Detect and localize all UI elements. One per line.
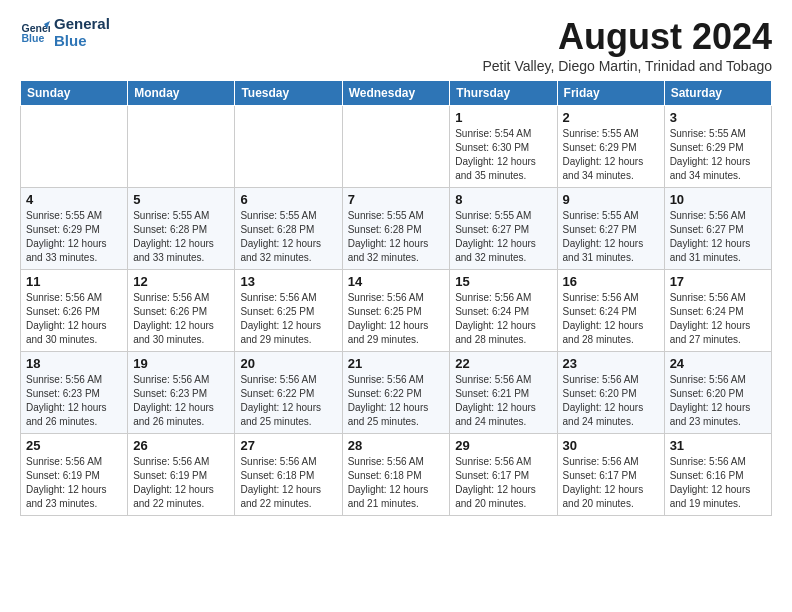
day-number: 4: [26, 192, 122, 207]
day-number: 29: [455, 438, 551, 453]
weekday-header-friday: Friday: [557, 81, 664, 106]
subtitle: Petit Valley, Diego Martin, Trinidad and…: [482, 58, 772, 74]
day-info: Sunrise: 5:56 AM Sunset: 6:25 PM Dayligh…: [240, 291, 336, 347]
day-number: 16: [563, 274, 659, 289]
day-number: 31: [670, 438, 766, 453]
calendar-week-4: 18Sunrise: 5:56 AM Sunset: 6:23 PM Dayli…: [21, 352, 772, 434]
day-info: Sunrise: 5:55 AM Sunset: 6:27 PM Dayligh…: [455, 209, 551, 265]
day-info: Sunrise: 5:56 AM Sunset: 6:25 PM Dayligh…: [348, 291, 445, 347]
day-info: Sunrise: 5:54 AM Sunset: 6:30 PM Dayligh…: [455, 127, 551, 183]
day-info: Sunrise: 5:55 AM Sunset: 6:28 PM Dayligh…: [133, 209, 229, 265]
calendar-cell: 15Sunrise: 5:56 AM Sunset: 6:24 PM Dayli…: [450, 270, 557, 352]
calendar-cell: 29Sunrise: 5:56 AM Sunset: 6:17 PM Dayli…: [450, 434, 557, 516]
day-info: Sunrise: 5:56 AM Sunset: 6:26 PM Dayligh…: [133, 291, 229, 347]
day-info: Sunrise: 5:56 AM Sunset: 6:18 PM Dayligh…: [240, 455, 336, 511]
calendar-cell: 19Sunrise: 5:56 AM Sunset: 6:23 PM Dayli…: [128, 352, 235, 434]
calendar-cell: 13Sunrise: 5:56 AM Sunset: 6:25 PM Dayli…: [235, 270, 342, 352]
calendar-cell: [21, 106, 128, 188]
day-number: 8: [455, 192, 551, 207]
calendar-cell: 4Sunrise: 5:55 AM Sunset: 6:29 PM Daylig…: [21, 188, 128, 270]
day-number: 24: [670, 356, 766, 371]
day-number: 23: [563, 356, 659, 371]
calendar-cell: 11Sunrise: 5:56 AM Sunset: 6:26 PM Dayli…: [21, 270, 128, 352]
day-info: Sunrise: 5:55 AM Sunset: 6:28 PM Dayligh…: [348, 209, 445, 265]
calendar-cell: 5Sunrise: 5:55 AM Sunset: 6:28 PM Daylig…: [128, 188, 235, 270]
calendar-cell: 10Sunrise: 5:56 AM Sunset: 6:27 PM Dayli…: [664, 188, 771, 270]
calendar-cell: 30Sunrise: 5:56 AM Sunset: 6:17 PM Dayli…: [557, 434, 664, 516]
day-info: Sunrise: 5:56 AM Sunset: 6:24 PM Dayligh…: [670, 291, 766, 347]
weekday-header-saturday: Saturday: [664, 81, 771, 106]
calendar-week-3: 11Sunrise: 5:56 AM Sunset: 6:26 PM Dayli…: [21, 270, 772, 352]
day-number: 21: [348, 356, 445, 371]
day-number: 25: [26, 438, 122, 453]
calendar-cell: 6Sunrise: 5:55 AM Sunset: 6:28 PM Daylig…: [235, 188, 342, 270]
day-info: Sunrise: 5:56 AM Sunset: 6:19 PM Dayligh…: [133, 455, 229, 511]
day-info: Sunrise: 5:56 AM Sunset: 6:17 PM Dayligh…: [563, 455, 659, 511]
day-info: Sunrise: 5:56 AM Sunset: 6:22 PM Dayligh…: [240, 373, 336, 429]
day-info: Sunrise: 5:56 AM Sunset: 6:19 PM Dayligh…: [26, 455, 122, 511]
calendar-week-5: 25Sunrise: 5:56 AM Sunset: 6:19 PM Dayli…: [21, 434, 772, 516]
calendar-week-2: 4Sunrise: 5:55 AM Sunset: 6:29 PM Daylig…: [21, 188, 772, 270]
calendar-cell: [342, 106, 450, 188]
day-number: 20: [240, 356, 336, 371]
calendar-body: 1Sunrise: 5:54 AM Sunset: 6:30 PM Daylig…: [21, 106, 772, 516]
day-info: Sunrise: 5:55 AM Sunset: 6:27 PM Dayligh…: [563, 209, 659, 265]
day-number: 5: [133, 192, 229, 207]
weekday-header-thursday: Thursday: [450, 81, 557, 106]
calendar-cell: 18Sunrise: 5:56 AM Sunset: 6:23 PM Dayli…: [21, 352, 128, 434]
calendar-cell: 26Sunrise: 5:56 AM Sunset: 6:19 PM Dayli…: [128, 434, 235, 516]
day-info: Sunrise: 5:55 AM Sunset: 6:28 PM Dayligh…: [240, 209, 336, 265]
calendar-cell: 17Sunrise: 5:56 AM Sunset: 6:24 PM Dayli…: [664, 270, 771, 352]
calendar-table: SundayMondayTuesdayWednesdayThursdayFrid…: [20, 80, 772, 516]
calendar-cell: 3Sunrise: 5:55 AM Sunset: 6:29 PM Daylig…: [664, 106, 771, 188]
day-info: Sunrise: 5:56 AM Sunset: 6:22 PM Dayligh…: [348, 373, 445, 429]
calendar-cell: 22Sunrise: 5:56 AM Sunset: 6:21 PM Dayli…: [450, 352, 557, 434]
calendar-week-1: 1Sunrise: 5:54 AM Sunset: 6:30 PM Daylig…: [21, 106, 772, 188]
calendar-cell: 23Sunrise: 5:56 AM Sunset: 6:20 PM Dayli…: [557, 352, 664, 434]
day-number: 26: [133, 438, 229, 453]
day-number: 12: [133, 274, 229, 289]
svg-text:Blue: Blue: [22, 32, 45, 44]
day-number: 18: [26, 356, 122, 371]
day-number: 30: [563, 438, 659, 453]
calendar-cell: 8Sunrise: 5:55 AM Sunset: 6:27 PM Daylig…: [450, 188, 557, 270]
day-number: 6: [240, 192, 336, 207]
weekday-header-monday: Monday: [128, 81, 235, 106]
weekday-header-wednesday: Wednesday: [342, 81, 450, 106]
day-number: 27: [240, 438, 336, 453]
calendar-cell: 9Sunrise: 5:55 AM Sunset: 6:27 PM Daylig…: [557, 188, 664, 270]
day-info: Sunrise: 5:56 AM Sunset: 6:16 PM Dayligh…: [670, 455, 766, 511]
day-info: Sunrise: 5:56 AM Sunset: 6:23 PM Dayligh…: [26, 373, 122, 429]
day-number: 15: [455, 274, 551, 289]
calendar-cell: 20Sunrise: 5:56 AM Sunset: 6:22 PM Dayli…: [235, 352, 342, 434]
day-number: 13: [240, 274, 336, 289]
logo-general: General: [54, 16, 110, 33]
day-number: 3: [670, 110, 766, 125]
day-number: 11: [26, 274, 122, 289]
day-info: Sunrise: 5:56 AM Sunset: 6:20 PM Dayligh…: [670, 373, 766, 429]
day-info: Sunrise: 5:56 AM Sunset: 6:23 PM Dayligh…: [133, 373, 229, 429]
calendar-cell: 1Sunrise: 5:54 AM Sunset: 6:30 PM Daylig…: [450, 106, 557, 188]
day-number: 17: [670, 274, 766, 289]
day-info: Sunrise: 5:56 AM Sunset: 6:27 PM Dayligh…: [670, 209, 766, 265]
day-number: 14: [348, 274, 445, 289]
day-info: Sunrise: 5:55 AM Sunset: 6:29 PM Dayligh…: [563, 127, 659, 183]
day-info: Sunrise: 5:56 AM Sunset: 6:24 PM Dayligh…: [563, 291, 659, 347]
calendar-cell: 27Sunrise: 5:56 AM Sunset: 6:18 PM Dayli…: [235, 434, 342, 516]
logo: General Blue General Blue: [20, 16, 110, 49]
calendar-cell: [128, 106, 235, 188]
logo-blue: Blue: [54, 33, 110, 50]
calendar-header: SundayMondayTuesdayWednesdayThursdayFrid…: [21, 81, 772, 106]
calendar-cell: 12Sunrise: 5:56 AM Sunset: 6:26 PM Dayli…: [128, 270, 235, 352]
calendar-cell: 28Sunrise: 5:56 AM Sunset: 6:18 PM Dayli…: [342, 434, 450, 516]
calendar-cell: [235, 106, 342, 188]
day-number: 1: [455, 110, 551, 125]
weekday-header-row: SundayMondayTuesdayWednesdayThursdayFrid…: [21, 81, 772, 106]
logo-icon: General Blue: [20, 18, 50, 48]
day-number: 2: [563, 110, 659, 125]
header: General Blue General Blue August 2024 Pe…: [20, 16, 772, 74]
day-number: 9: [563, 192, 659, 207]
title-area: August 2024 Petit Valley, Diego Martin, …: [482, 16, 772, 74]
calendar-cell: 21Sunrise: 5:56 AM Sunset: 6:22 PM Dayli…: [342, 352, 450, 434]
day-info: Sunrise: 5:56 AM Sunset: 6:26 PM Dayligh…: [26, 291, 122, 347]
